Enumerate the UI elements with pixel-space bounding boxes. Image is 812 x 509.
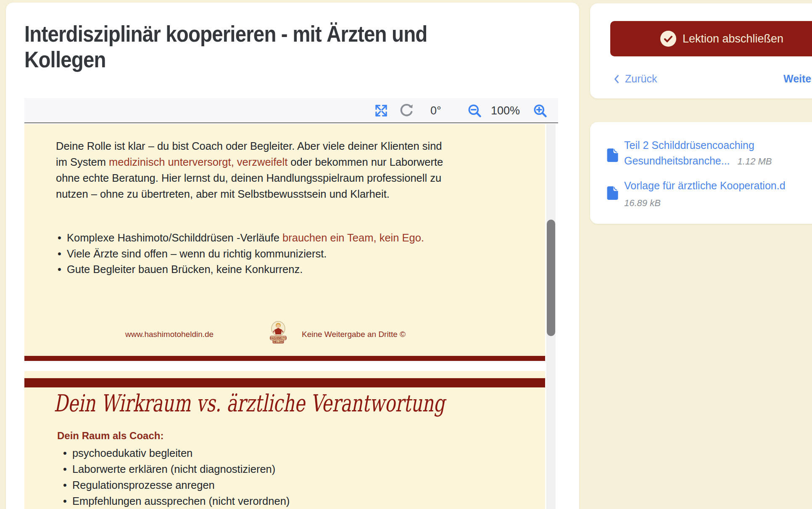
divider-bar	[24, 378, 545, 387]
copyright-notice: Keine Weitergabe an Dritte ©	[302, 330, 406, 339]
back-link[interactable]: Zurück	[612, 73, 657, 85]
file-name[interactable]: Vorlage für ärztliche Kooperation.d	[624, 180, 786, 191]
attachments-card: Teil 2 Schilddrüsencoaching Gesundheitsb…	[590, 122, 812, 224]
file-size: 1.12 MB	[738, 156, 772, 167]
slide-bullet: Laborwerte erklären (nicht diagnostizier…	[63, 461, 290, 477]
slide-bullet-list: Komplexe Hashimoto/Schilddrüsen -Verläuf…	[58, 230, 424, 278]
pdf-viewer: 0° 100% Deine Rolle ist klar – du bist C…	[24, 98, 558, 509]
slide-bullet: psychoedukativ begleiten	[63, 445, 290, 461]
slide-2: Dein Wirkraum vs. ärztliche Verantwortun…	[24, 371, 545, 509]
rotate-icon[interactable]	[398, 103, 414, 120]
zoom-level: 100%	[491, 104, 520, 117]
pdf-scrollbar[interactable]	[546, 124, 556, 509]
slide-bullet: Empfehlungen aussprechen (nicht verordne…	[63, 493, 290, 509]
hashimoto-heldin-logo-icon: HASHIMOTO HELDIN	[269, 321, 287, 346]
fullscreen-icon[interactable]	[374, 103, 388, 119]
pdf-scroll-thumb[interactable]	[547, 220, 555, 336]
slide-1: Deine Rolle ist klar – du bist Coach ode…	[24, 124, 545, 361]
file-icon[interactable]	[606, 148, 619, 164]
slide-bullet: Komplexe Hashimoto/Schilddrüsen -Verläuf…	[58, 230, 424, 246]
slide-heading: Dein Wirkraum vs. ärztliche Verantwortun…	[54, 390, 445, 417]
complete-lesson-label: Lektion abschließen	[683, 32, 783, 45]
complete-lesson-button[interactable]: Lektion abschließen	[610, 21, 812, 56]
file-name[interactable]: Gesundheitsbranche...	[624, 155, 730, 167]
back-label: Zurück	[625, 73, 657, 85]
file-size: 16.89 kB	[624, 198, 661, 208]
slide-bullet-list: psychoedukativ begleiten Laborwerte erkl…	[63, 445, 290, 509]
zoom-out-icon[interactable]	[467, 103, 482, 120]
rotation-value: 0°	[430, 104, 441, 117]
zoom-in-icon[interactable]	[533, 103, 548, 120]
lesson-card: Interdisziplinär kooperieren - mit Ärzte…	[6, 3, 579, 509]
slide-paragraph: Deine Rolle ist klar – du bist Coach ode…	[56, 138, 443, 202]
page-title: Interdisziplinär kooperieren - mit Ärzte…	[24, 21, 513, 72]
slide-bullet: Regulationsprozesse anregen	[63, 477, 290, 493]
slide-subheading: Dein Raum als Coach:	[57, 430, 163, 442]
svg-text:HASHIMOTO: HASHIMOTO	[270, 337, 287, 339]
website-url: www.hashimotoheldin.de	[125, 330, 214, 339]
file-name[interactable]: Teil 2 Schilddrüsencoaching	[624, 139, 754, 151]
next-link[interactable]: Weiter	[783, 73, 812, 85]
pdf-page-area: Deine Rolle ist klar – du bist Coach ode…	[24, 124, 558, 509]
chevron-left-icon	[612, 74, 621, 85]
svg-text:HELDIN: HELDIN	[273, 340, 284, 343]
slide-bullet: Gute Begleiter bauen Brücken, keine Konk…	[58, 262, 424, 278]
slide-bullet: Viele Ärzte sind offen – wenn du richtig…	[58, 246, 424, 262]
divider-bar	[24, 356, 545, 361]
check-circle-icon	[660, 30, 677, 47]
file-icon[interactable]	[606, 186, 619, 202]
pdf-toolbar: 0° 100%	[24, 98, 558, 123]
lesson-nav-card: Lektion abschließen Zurück Weiter	[590, 3, 812, 98]
